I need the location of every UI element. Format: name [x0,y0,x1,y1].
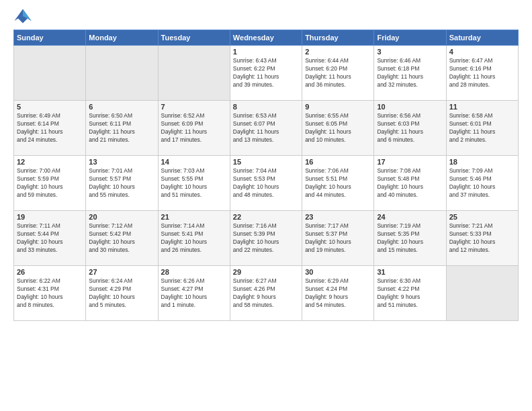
day-number: 20 [89,213,154,221]
day-number: 23 [305,213,371,221]
day-number: 18 [449,158,515,166]
day-info: Sunrise: 6:56 AM Sunset: 6:03 PM Dayligh… [377,112,443,144]
calendar-cell: 9Sunrise: 6:55 AM Sunset: 6:05 PM Daylig… [302,101,374,156]
day-info: Sunrise: 7:16 AM Sunset: 5:39 PM Dayligh… [233,222,299,255]
day-number: 25 [449,213,515,221]
day-number: 5 [17,103,83,111]
day-info: Sunrise: 6:22 AM Sunset: 4:31 PM Dayligh… [17,277,83,310]
day-number: 8 [233,103,299,111]
logo [13,7,35,26]
calendar-cell: 1Sunrise: 6:43 AM Sunset: 6:22 PM Daylig… [230,46,302,101]
day-info: Sunrise: 6:30 AM Sunset: 4:22 PM Dayligh… [377,277,443,310]
day-number: 21 [161,213,227,221]
calendar-cell: 26Sunrise: 6:22 AM Sunset: 4:31 PM Dayli… [14,266,86,321]
calendar-cell: 19Sunrise: 7:11 AM Sunset: 5:44 PM Dayli… [14,211,86,266]
day-number: 24 [377,213,443,221]
calendar-cell: 11Sunrise: 6:58 AM Sunset: 6:01 PM Dayli… [446,101,518,156]
day-number: 17 [377,158,443,166]
day-info: Sunrise: 6:52 AM Sunset: 6:09 PM Dayligh… [161,112,227,144]
day-info: Sunrise: 7:06 AM Sunset: 5:51 PM Dayligh… [305,167,371,199]
day-info: Sunrise: 6:24 AM Sunset: 4:29 PM Dayligh… [89,277,154,310]
week-row-3: 12Sunrise: 7:00 AM Sunset: 5:59 PM Dayli… [14,156,519,211]
day-info: Sunrise: 7:09 AM Sunset: 5:46 PM Dayligh… [449,167,515,199]
day-info: Sunrise: 6:50 AM Sunset: 6:11 PM Dayligh… [89,112,154,144]
day-info: Sunrise: 6:55 AM Sunset: 6:05 PM Dayligh… [305,112,371,144]
day-number: 14 [161,158,227,166]
day-header-friday: Friday [374,30,446,46]
day-header-tuesday: Tuesday [158,30,230,46]
calendar-cell: 3Sunrise: 6:46 AM Sunset: 6:18 PM Daylig… [374,46,446,101]
calendar-cell: 31Sunrise: 6:30 AM Sunset: 4:22 PM Dayli… [374,266,446,321]
calendar-cell [14,46,86,101]
day-info: Sunrise: 6:26 AM Sunset: 4:27 PM Dayligh… [161,277,227,310]
day-number: 13 [89,158,154,166]
calendar-cell: 21Sunrise: 7:14 AM Sunset: 5:41 PM Dayli… [158,211,230,266]
header-row: SundayMondayTuesdayWednesdayThursdayFrid… [14,30,519,46]
day-info: Sunrise: 6:46 AM Sunset: 6:18 PM Dayligh… [377,57,443,89]
day-number: 30 [305,268,371,276]
header [13,7,519,26]
day-info: Sunrise: 6:44 AM Sunset: 6:20 PM Dayligh… [305,57,371,89]
day-number: 27 [89,268,154,276]
calendar-cell: 13Sunrise: 7:01 AM Sunset: 5:57 PM Dayli… [86,156,158,211]
calendar-cell: 2Sunrise: 6:44 AM Sunset: 6:20 PM Daylig… [302,46,374,101]
page: SundayMondayTuesdayWednesdayThursdayFrid… [0,0,532,328]
day-info: Sunrise: 7:12 AM Sunset: 5:42 PM Dayligh… [89,222,154,255]
day-info: Sunrise: 7:21 AM Sunset: 5:33 PM Dayligh… [449,222,515,255]
calendar-cell: 24Sunrise: 7:19 AM Sunset: 5:35 PM Dayli… [374,211,446,266]
calendar-cell: 20Sunrise: 7:12 AM Sunset: 5:42 PM Dayli… [86,211,158,266]
calendar-cell: 25Sunrise: 7:21 AM Sunset: 5:33 PM Dayli… [446,211,518,266]
day-info: Sunrise: 6:43 AM Sunset: 6:22 PM Dayligh… [233,57,299,89]
day-number: 26 [17,268,83,276]
day-info: Sunrise: 7:14 AM Sunset: 5:41 PM Dayligh… [161,222,227,255]
calendar-cell: 14Sunrise: 7:03 AM Sunset: 5:55 PM Dayli… [158,156,230,211]
calendar-cell [158,46,230,101]
day-number: 6 [89,103,154,111]
day-info: Sunrise: 6:27 AM Sunset: 4:26 PM Dayligh… [233,277,299,310]
day-info: Sunrise: 6:58 AM Sunset: 6:01 PM Dayligh… [449,112,515,144]
day-info: Sunrise: 6:49 AM Sunset: 6:14 PM Dayligh… [17,112,83,144]
day-number: 4 [449,48,515,56]
calendar-cell: 27Sunrise: 6:24 AM Sunset: 4:29 PM Dayli… [86,266,158,321]
day-info: Sunrise: 6:47 AM Sunset: 6:16 PM Dayligh… [449,57,515,89]
day-info: Sunrise: 6:53 AM Sunset: 6:07 PM Dayligh… [233,112,299,144]
calendar-cell: 15Sunrise: 7:04 AM Sunset: 5:53 PM Dayli… [230,156,302,211]
day-header-sunday: Sunday [14,30,86,46]
calendar-cell: 22Sunrise: 7:16 AM Sunset: 5:39 PM Dayli… [230,211,302,266]
calendar-table: SundayMondayTuesdayWednesdayThursdayFrid… [13,30,519,321]
calendar-cell: 10Sunrise: 6:56 AM Sunset: 6:03 PM Dayli… [374,101,446,156]
day-info: Sunrise: 7:19 AM Sunset: 5:35 PM Dayligh… [377,222,443,255]
day-number: 22 [233,213,299,221]
calendar-cell [446,266,518,321]
day-info: Sunrise: 7:11 AM Sunset: 5:44 PM Dayligh… [17,222,83,255]
calendar-cell: 18Sunrise: 7:09 AM Sunset: 5:46 PM Dayli… [446,156,518,211]
day-info: Sunrise: 6:29 AM Sunset: 4:24 PM Dayligh… [305,277,371,310]
day-header-saturday: Saturday [446,30,518,46]
calendar-cell: 23Sunrise: 7:17 AM Sunset: 5:37 PM Dayli… [302,211,374,266]
calendar-cell: 8Sunrise: 6:53 AM Sunset: 6:07 PM Daylig… [230,101,302,156]
calendar-cell [86,46,158,101]
calendar-cell: 30Sunrise: 6:29 AM Sunset: 4:24 PM Dayli… [302,266,374,321]
day-number: 11 [449,103,515,111]
day-number: 2 [305,48,371,56]
day-header-thursday: Thursday [302,30,374,46]
day-number: 7 [161,103,227,111]
day-header-monday: Monday [86,30,158,46]
day-info: Sunrise: 7:08 AM Sunset: 5:48 PM Dayligh… [377,167,443,199]
week-row-2: 5Sunrise: 6:49 AM Sunset: 6:14 PM Daylig… [14,101,519,156]
day-number: 9 [305,103,371,111]
day-info: Sunrise: 7:00 AM Sunset: 5:59 PM Dayligh… [17,167,83,199]
calendar-cell: 17Sunrise: 7:08 AM Sunset: 5:48 PM Dayli… [374,156,446,211]
week-row-4: 19Sunrise: 7:11 AM Sunset: 5:44 PM Dayli… [14,211,519,266]
calendar-cell: 4Sunrise: 6:47 AM Sunset: 6:16 PM Daylig… [446,46,518,101]
calendar-cell: 29Sunrise: 6:27 AM Sunset: 4:26 PM Dayli… [230,266,302,321]
day-number: 1 [233,48,299,56]
day-header-wednesday: Wednesday [230,30,302,46]
day-number: 28 [161,268,227,276]
calendar-cell: 12Sunrise: 7:00 AM Sunset: 5:59 PM Dayli… [14,156,86,211]
day-number: 3 [377,48,443,56]
day-number: 10 [377,103,443,111]
calendar-cell: 6Sunrise: 6:50 AM Sunset: 6:11 PM Daylig… [86,101,158,156]
calendar-cell: 28Sunrise: 6:26 AM Sunset: 4:27 PM Dayli… [158,266,230,321]
week-row-1: 1Sunrise: 6:43 AM Sunset: 6:22 PM Daylig… [14,46,519,101]
